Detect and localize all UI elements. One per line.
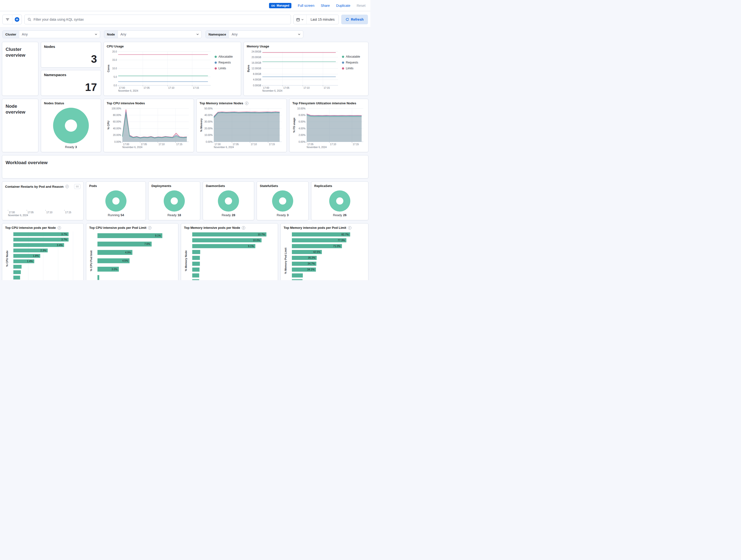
svg-text:4.9%: 4.9% [125, 251, 131, 254]
panel-title: CPU Usage [107, 45, 124, 48]
workload-overview-title: Workload overview [6, 160, 365, 166]
svg-text:50.00%: 50.00% [204, 107, 213, 110]
namespace-filter[interactable]: Namespace Any [206, 30, 303, 38]
cpu-usage-chart: Cores0.05.010.015.020.017:0017:0517:1017… [107, 49, 213, 93]
svg-text:10.7%: 10.7% [258, 233, 265, 236]
svg-text:% FS usage: % FS usage [292, 118, 295, 133]
legend-item[interactable]: Allocatable [215, 55, 238, 58]
legend-label: Allocatable [218, 55, 233, 58]
panel-title: Top Filesystem Utilization intensive Nod… [292, 102, 356, 105]
svg-text:17:10: 17:10 [304, 86, 310, 89]
chevron-down-icon [298, 33, 300, 36]
svg-text:17:15: 17:15 [193, 86, 199, 89]
panel-options-button[interactable] [74, 184, 80, 189]
svg-text:% CPU Node: % CPU Node [6, 250, 8, 267]
share-link[interactable]: Share [321, 4, 330, 7]
svg-text:8.00%: 8.00% [298, 114, 305, 117]
refresh-button[interactable]: Refresh [341, 15, 368, 24]
panel-title: Top Memory intensive Nodes [200, 102, 243, 105]
svg-text:15.0: 15.0 [112, 59, 117, 61]
info-icon[interactable]: i [242, 226, 245, 230]
info-icon[interactable]: i [148, 226, 151, 230]
svg-text:1.8%: 1.8% [33, 254, 39, 257]
calendar-icon [296, 18, 300, 21]
top-cpu-pods-node-chart: % CPU Node0.0%1.0%2.0%3.0%4.0%3.7%3.7%3.… [5, 231, 80, 280]
svg-text:2.3%: 2.3% [40, 249, 46, 252]
info-icon[interactable]: i [58, 226, 61, 230]
cluster-filter[interactable]: Cluster Any [2, 30, 100, 38]
legend-item[interactable]: Limits [342, 67, 365, 70]
pods-donut: Running54 [89, 189, 143, 217]
panel-title: Top CPU intensive pods per Pod Limit [89, 226, 146, 230]
svg-text:10.0: 10.0 [112, 67, 117, 70]
panel-top-cpu-pods-node: Top CPU intensive pods per Nodei % CPU N… [2, 223, 84, 280]
svg-text:35.2%: 35.2% [308, 256, 315, 259]
managed-badge[interactable]: Managed [269, 3, 291, 8]
namespaces-metric-value: 17 [44, 82, 98, 93]
panel-title: Top Memory intensive pods per Pod Limit [284, 226, 346, 230]
svg-text:17:15: 17:15 [65, 211, 71, 214]
svg-text:17:15: 17:15 [324, 86, 330, 89]
svg-text:November 6, 2024: November 6, 2024 [214, 146, 234, 148]
cluster-filter-value: Any [19, 33, 92, 36]
svg-text:7.6%: 7.6% [144, 242, 150, 245]
info-icon[interactable]: i [65, 185, 69, 188]
legend-item[interactable]: Requests [215, 61, 238, 64]
filter-menu-button[interactable] [3, 15, 12, 24]
svg-text:% Memory: % Memory [200, 118, 203, 132]
svg-text:17:05: 17:05 [283, 86, 289, 89]
glasses-icon [271, 4, 275, 7]
svg-text:1.4%: 1.4% [27, 260, 33, 263]
svg-text:17:15: 17:15 [176, 143, 182, 146]
cluster-filter-label: Cluster [3, 30, 19, 38]
memory-usage-chart: Bytes0.00GB4.00GB8.00GB12.00GB16.00GB20.… [247, 49, 340, 93]
svg-text:5.0: 5.0 [114, 76, 117, 78]
svg-text:17:10: 17:10 [158, 143, 164, 146]
panel-cpu-usage: CPU Usage Cores0.05.010.015.020.017:0017… [104, 42, 241, 96]
kql-search-input[interactable] [33, 17, 288, 21]
node-filter[interactable]: Node Any [104, 30, 202, 38]
time-range-value[interactable]: Last 15 minutes [307, 17, 339, 21]
add-filter-button[interactable] [12, 15, 22, 24]
svg-text:17:10: 17:10 [251, 143, 257, 146]
panel-title: Deployments [151, 184, 171, 188]
svg-text:60.00%: 60.00% [113, 120, 121, 123]
full-screen-link[interactable]: Full screen [298, 4, 314, 7]
nodes-metric-title: Nodes [44, 45, 98, 49]
svg-text:17:10: 17:10 [47, 211, 53, 214]
svg-text:42.5%: 42.5% [313, 250, 320, 253]
node-overview-title: Node overview [6, 103, 35, 115]
svg-text:November 6, 2024: November 6, 2024 [123, 146, 143, 148]
svg-text:17:05: 17:05 [144, 86, 150, 89]
svg-text:Ready3: Ready3 [65, 145, 77, 149]
container-restarts-chart: 17:0017:0517:1017:15November 6, 2024 [5, 190, 80, 217]
search-icon [27, 17, 31, 21]
legend-item[interactable]: Requests [342, 61, 365, 64]
duplicate-link[interactable]: Duplicate [336, 4, 350, 7]
refresh-label: Refresh [351, 17, 363, 21]
info-icon[interactable]: i [348, 226, 351, 230]
svg-text:40.00%: 40.00% [204, 114, 213, 117]
svg-text:November 6, 2024: November 6, 2024 [8, 214, 28, 216]
chevron-down-icon [196, 33, 199, 36]
panel-pods: Pods Running54 [86, 181, 146, 220]
info-icon[interactable]: i [245, 102, 248, 105]
panel-title: DaemonSets [206, 184, 225, 188]
panel-namespaces-count: Namespaces 17 [41, 70, 101, 96]
svg-text:24.00GB: 24.00GB [252, 50, 261, 53]
svg-text:17:15: 17:15 [269, 143, 275, 146]
namespaces-metric-title: Namespaces [44, 73, 98, 77]
panel-title: Nodes Status [44, 102, 64, 105]
panel-workload-overview: Workload overview [2, 155, 368, 179]
panel-top-fs-nodes: Top Filesystem Utilization intensive Nod… [289, 99, 368, 152]
svg-text:8.00GB: 8.00GB [253, 73, 261, 75]
legend-item[interactable]: Allocatable [342, 55, 365, 58]
svg-text:Cores: Cores [107, 65, 110, 72]
svg-text:17:05: 17:05 [27, 211, 33, 214]
legend-item[interactable]: Limits [215, 67, 238, 70]
reset-link[interactable]: Reset [356, 4, 365, 7]
legend-dot [215, 62, 217, 64]
calendar-menu-button[interactable] [293, 15, 307, 24]
svg-text:82.7%: 82.7% [341, 233, 349, 236]
svg-text:4.5%: 4.5% [122, 259, 128, 262]
